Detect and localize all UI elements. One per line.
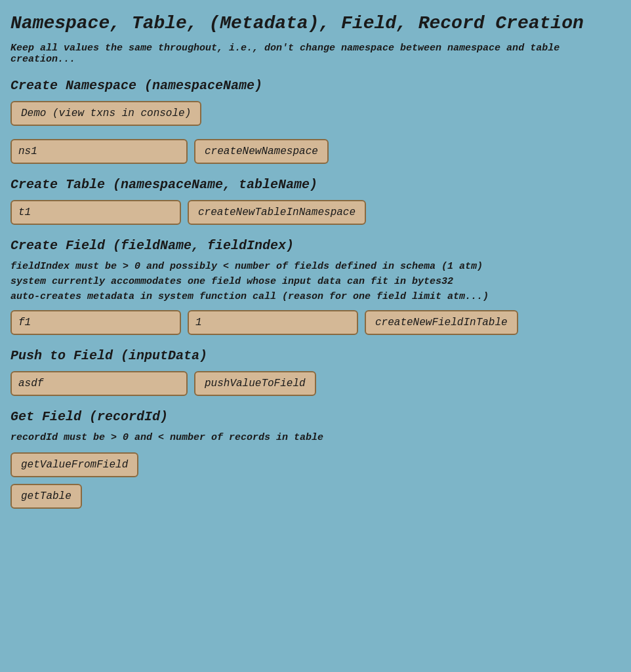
table-input[interactable] bbox=[10, 200, 181, 225]
create-table-title: Create Table (namespaceName, tableName) bbox=[10, 177, 621, 192]
get-table-button[interactable]: getTable bbox=[10, 484, 82, 509]
push-to-field-title: Push to Field (inputData) bbox=[10, 348, 621, 363]
create-field-note-1: fieldIndex must be > 0 and possibly < nu… bbox=[10, 261, 621, 272]
create-field-title: Create Field (fieldName, fieldIndex) bbox=[10, 238, 621, 253]
push-value-button[interactable]: pushValueToField bbox=[194, 371, 316, 396]
section-create-namespace: Create Namespace (namespaceName) Demo (v… bbox=[10, 78, 621, 164]
section-create-field: Create Field (fieldName, fieldIndex) fie… bbox=[10, 238, 621, 335]
section-push-to-field: Push to Field (inputData) pushValueToFie… bbox=[10, 348, 621, 396]
demo-button[interactable]: Demo (view txns in console) bbox=[10, 101, 201, 126]
create-new-namespace-button[interactable]: createNewNamespace bbox=[194, 139, 329, 164]
create-field-note-3: auto-creates metadata in system function… bbox=[10, 291, 621, 302]
get-field-note-1: recordId must be > 0 and < number of rec… bbox=[10, 432, 621, 443]
create-new-field-button[interactable]: createNewFieldInTable bbox=[365, 310, 518, 335]
section-get-field: Get Field (recordId) recordId must be > … bbox=[10, 409, 621, 509]
push-input[interactable] bbox=[10, 371, 188, 396]
create-namespace-title: Create Namespace (namespaceName) bbox=[10, 78, 621, 93]
section-create-table: Create Table (namespaceName, tableName) … bbox=[10, 177, 621, 225]
get-field-title: Get Field (recordId) bbox=[10, 409, 621, 424]
page-title: Namespace, Table, (Metadata), Field, Rec… bbox=[10, 13, 621, 33]
namespace-input[interactable] bbox=[10, 139, 188, 164]
page-subtitle: Keep all values the same throughout, i.e… bbox=[10, 43, 621, 65]
field-name-input[interactable] bbox=[10, 310, 181, 335]
get-value-from-field-button[interactable]: getValueFromField bbox=[10, 452, 138, 477]
create-new-table-button[interactable]: createNewTableInNamespace bbox=[188, 200, 366, 225]
field-index-input[interactable] bbox=[188, 310, 358, 335]
create-field-note-2: system currently accommodates one field … bbox=[10, 276, 621, 287]
